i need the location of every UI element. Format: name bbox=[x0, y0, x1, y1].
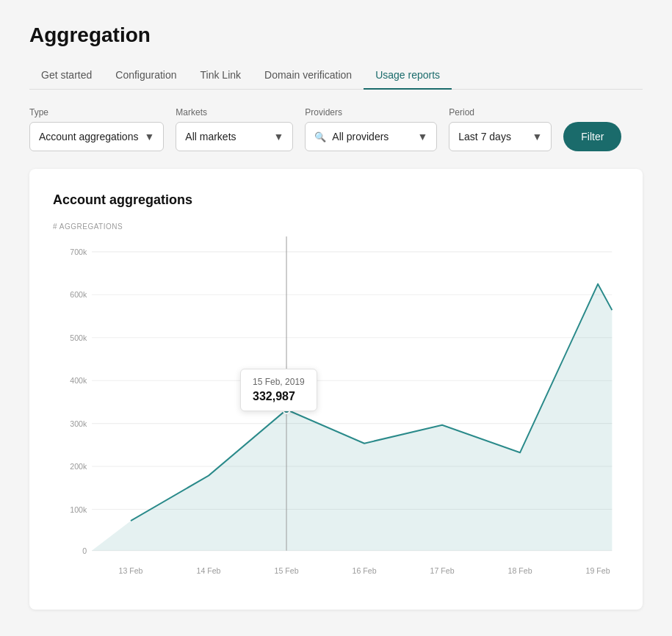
svg-text:13 Feb: 13 Feb bbox=[119, 566, 143, 575]
page-title: Aggregation bbox=[29, 24, 643, 47]
svg-text:15 Feb: 15 Feb bbox=[275, 566, 299, 575]
providers-filter-group: Providers 🔍 All providers ▼ bbox=[305, 107, 437, 151]
period-value: Last 7 days bbox=[458, 131, 511, 142]
chart-svg: 700k 600k 500k 400k 300k 200k 100k 0 13 … bbox=[53, 236, 619, 589]
type-value: Account aggregations bbox=[39, 131, 138, 142]
svg-text:600k: 600k bbox=[70, 290, 87, 299]
period-label: Period bbox=[449, 107, 552, 118]
svg-text:500k: 500k bbox=[70, 333, 87, 342]
type-select[interactable]: Account aggregations ▼ bbox=[29, 122, 164, 151]
chart-dot-15feb bbox=[283, 406, 290, 413]
period-chevron-icon: ▼ bbox=[532, 131, 542, 142]
filters-row: Type Account aggregations ▼ Markets All … bbox=[29, 107, 643, 151]
chart-area: 15 Feb, 2019 332,987 700k 600k 500k 400k… bbox=[53, 236, 619, 589]
markets-filter-group: Markets All markets ▼ bbox=[176, 107, 293, 151]
markets-select[interactable]: All markets ▼ bbox=[176, 122, 293, 151]
svg-text:700k: 700k bbox=[70, 247, 87, 256]
providers-chevron-icon: ▼ bbox=[417, 131, 427, 142]
providers-label: Providers bbox=[305, 107, 437, 118]
type-label: Type bbox=[29, 107, 164, 118]
filter-button[interactable]: Filter bbox=[563, 122, 621, 151]
providers-select[interactable]: 🔍 All providers ▼ bbox=[305, 122, 437, 151]
svg-text:14 Feb: 14 Feb bbox=[197, 566, 221, 575]
type-filter-group: Type Account aggregations ▼ bbox=[29, 107, 164, 151]
chart-title: Account aggregations bbox=[53, 192, 619, 208]
svg-text:300k: 300k bbox=[70, 419, 87, 427]
chart-card: Account aggregations # AGGREGATIONS 15 F… bbox=[29, 169, 643, 610]
providers-value: All providers bbox=[332, 131, 389, 142]
svg-text:0: 0 bbox=[82, 546, 87, 555]
markets-label: Markets bbox=[176, 107, 293, 118]
chart-y-axis-label: # AGGREGATIONS bbox=[53, 223, 619, 231]
svg-text:17 Feb: 17 Feb bbox=[430, 566, 455, 575]
tab-usage-reports[interactable]: Usage reports bbox=[364, 62, 452, 90]
period-filter-group: Period Last 7 days ▼ bbox=[449, 107, 552, 151]
tab-configuration[interactable]: Configuration bbox=[104, 62, 188, 90]
tab-tink-link[interactable]: Tink Link bbox=[189, 62, 253, 90]
svg-text:16 Feb: 16 Feb bbox=[353, 566, 377, 575]
type-chevron-icon: ▼ bbox=[144, 131, 154, 142]
tab-get-started[interactable]: Get started bbox=[29, 62, 104, 90]
chart-fill-area bbox=[92, 284, 612, 551]
markets-value: All markets bbox=[185, 131, 236, 142]
tab-domain-verification[interactable]: Domain verification bbox=[253, 62, 364, 90]
nav-tabs: Get started Configuration Tink Link Doma… bbox=[29, 62, 643, 90]
svg-text:400k: 400k bbox=[70, 376, 87, 385]
svg-text:200k: 200k bbox=[70, 462, 87, 471]
markets-chevron-icon: ▼ bbox=[273, 131, 283, 142]
svg-text:100k: 100k bbox=[70, 505, 87, 513]
svg-text:19 Feb: 19 Feb bbox=[586, 566, 610, 575]
search-icon: 🔍 bbox=[314, 131, 326, 142]
period-select[interactable]: Last 7 days ▼ bbox=[449, 122, 552, 151]
svg-text:18 Feb: 18 Feb bbox=[508, 566, 532, 575]
